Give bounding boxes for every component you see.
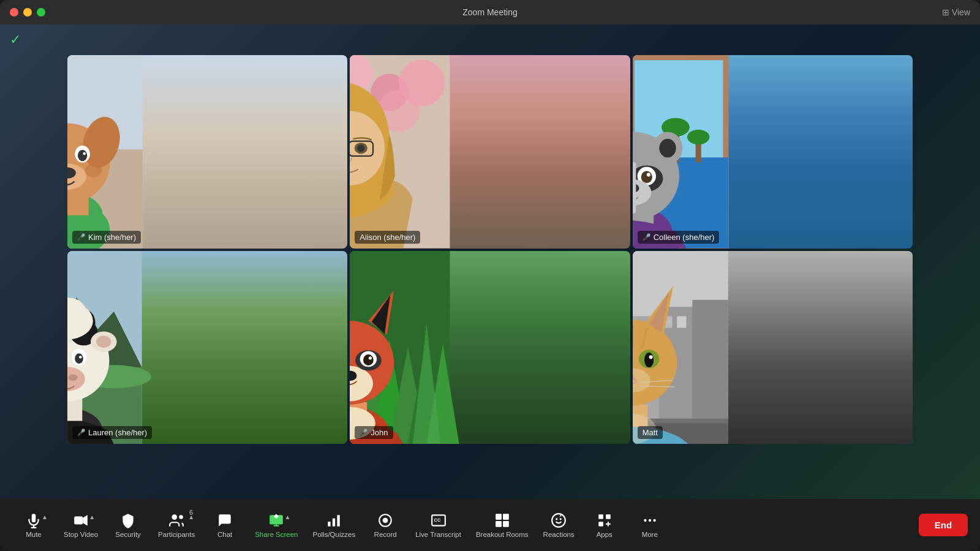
svg-point-173 [649, 355, 652, 359]
mute-caret-icon: ▲ [42, 514, 48, 520]
svg-point-202 [552, 514, 565, 527]
svg-point-212 [649, 519, 651, 521]
video-tile-colleen[interactable]: 🎤 Colleen (she/her) [633, 55, 913, 249]
polls-label: Polls/Quizzes [312, 531, 355, 538]
svg-rect-191 [328, 522, 331, 527]
security-label: Security [115, 531, 141, 538]
polls-icon [326, 512, 342, 528]
colleen-name: Colleen (she/her) [654, 233, 715, 242]
record-icon [377, 512, 393, 528]
share-screen-button[interactable]: ▲ Share Screen [249, 508, 304, 543]
svg-point-70 [646, 173, 650, 176]
share-screen-caret-icon: ▲ [284, 514, 290, 520]
svg-point-136 [369, 356, 372, 359]
svg-rect-158 [677, 316, 686, 328]
alison-label: Alison (she/her) [355, 231, 420, 244]
svg-point-203 [556, 518, 557, 520]
end-button[interactable]: End [919, 514, 968, 536]
record-label: Record [374, 531, 397, 538]
video-tile-kim[interactable]: 🎤 Kim (she/her) [67, 55, 347, 249]
svg-marker-185 [83, 515, 88, 525]
matt-background [633, 251, 913, 444]
svg-point-62 [659, 139, 676, 157]
svg-point-68 [641, 171, 652, 183]
svg-point-54 [687, 130, 709, 144]
participants-label: Participants [158, 531, 195, 538]
end-label: End [935, 520, 952, 530]
mute-icon: ▲ [26, 512, 42, 528]
svg-point-195 [383, 517, 388, 523]
record-button[interactable]: Record [364, 508, 407, 543]
reactions-button[interactable]: Reactions [537, 508, 581, 543]
video-grid: 🎤 Kim (she/her) [67, 55, 913, 444]
more-button[interactable]: More [628, 508, 671, 543]
svg-point-171 [644, 352, 654, 367]
more-label: More [642, 531, 658, 538]
breakout-rooms-button[interactable]: Breakout Rooms [470, 508, 535, 543]
svg-text:CC: CC [434, 517, 440, 523]
stop-video-label: Stop Video [64, 531, 98, 538]
minimize-button[interactable] [23, 8, 32, 17]
apps-button[interactable]: Apps [583, 508, 626, 543]
svg-rect-192 [333, 518, 335, 526]
alison-name: Alison (she/her) [360, 233, 415, 242]
svg-point-19 [83, 152, 86, 156]
svg-point-17 [78, 150, 87, 161]
video-tile-john[interactable]: 🎤 John [350, 251, 630, 444]
stop-video-button[interactable]: ▲ Stop Video [58, 508, 104, 543]
stop-video-icon: ▲ [73, 512, 89, 528]
apps-icon [597, 512, 612, 528]
mute-label: Mute [26, 531, 42, 538]
breakout-rooms-label: Breakout Rooms [476, 531, 529, 538]
svg-rect-205 [598, 514, 603, 519]
title-bar: Zoom Meeting ⊞ View [0, 0, 980, 24]
svg-point-186 [172, 514, 178, 520]
john-label: 🎤 John [355, 426, 393, 439]
security-button[interactable]: Security [107, 508, 149, 543]
reactions-icon [551, 512, 567, 528]
svg-point-97 [75, 353, 83, 364]
svg-rect-181 [32, 514, 36, 522]
video-tile-matt[interactable]: Matt [633, 251, 913, 444]
kim-label: 🎤 Kim (she/her) [72, 231, 141, 244]
participants-caret-icon: ▲ [188, 514, 194, 520]
kim-mic-icon: 🎤 [77, 233, 86, 241]
maximize-button[interactable] [37, 8, 45, 17]
colleen-background [633, 55, 913, 249]
breakout-rooms-icon [494, 512, 510, 528]
svg-rect-24 [67, 197, 89, 216]
svg-rect-207 [598, 522, 603, 527]
grid-view-icon: ⊞ [942, 7, 949, 17]
video-tile-lauren[interactable]: 🎤 Lauren (she/her) [67, 251, 347, 444]
polls-button[interactable]: Polls/Quizzes [306, 508, 361, 543]
chat-button[interactable]: Chat [203, 508, 246, 543]
window-title: Zoom Meeting [462, 7, 517, 17]
security-icon [120, 512, 136, 528]
chat-icon [217, 512, 233, 528]
matt-label: Matt [638, 426, 663, 439]
svg-rect-74 [633, 162, 636, 214]
svg-point-204 [560, 518, 562, 520]
reactions-label: Reactions [543, 531, 575, 538]
svg-rect-198 [496, 514, 502, 520]
svg-rect-206 [606, 514, 611, 519]
stop-video-caret-icon: ▲ [89, 514, 95, 520]
svg-rect-184 [74, 516, 83, 524]
video-tile-alison[interactable]: Alison (she/her) [350, 55, 630, 249]
close-button[interactable] [10, 8, 18, 17]
svg-point-213 [653, 519, 655, 521]
zoom-window: Zoom Meeting ⊞ View ✓ [0, 0, 980, 551]
view-button[interactable]: ⊞ View [942, 7, 970, 17]
svg-point-102 [69, 374, 78, 381]
alison-background [350, 55, 630, 249]
more-icon [642, 512, 658, 528]
live-transcript-icon: CC [431, 512, 447, 528]
participants-button[interactable]: 6 ▲ Participants [152, 508, 201, 543]
john-name: John [371, 428, 388, 437]
mute-button[interactable]: ▲ Mute [12, 508, 55, 543]
kim-name: Kim (she/her) [88, 233, 136, 242]
colleen-label: 🎤 Colleen (she/her) [638, 231, 720, 244]
live-transcript-button[interactable]: CC Live Transcript [409, 508, 467, 543]
svg-rect-199 [503, 514, 509, 520]
svg-rect-193 [337, 515, 340, 526]
